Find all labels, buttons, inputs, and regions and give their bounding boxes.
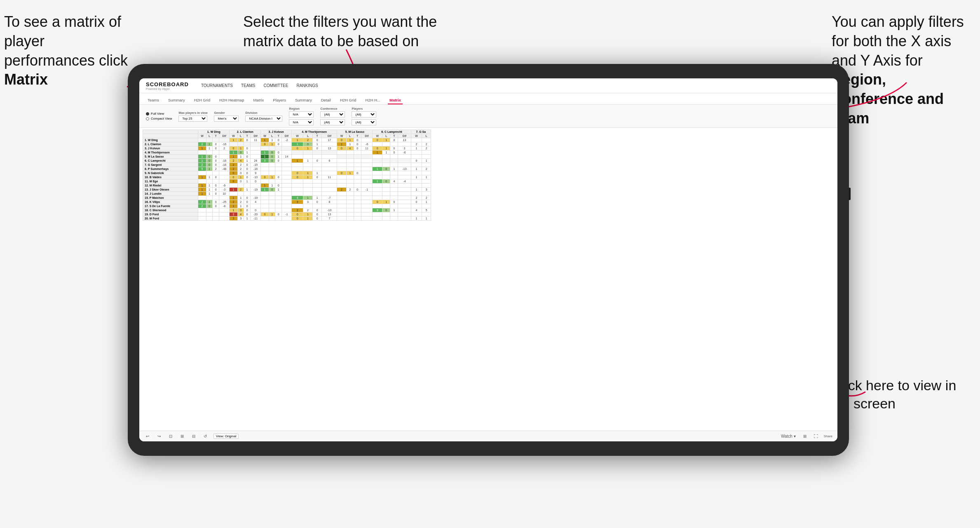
- table-row: 6. C Lamprecht100-1624124300110601: [143, 159, 431, 163]
- cell-r10-c1-1: 0: [237, 179, 244, 184]
- conference-select2[interactable]: (All): [320, 119, 345, 125]
- cell-r14-c1-1: 1: [237, 196, 244, 200]
- cell-r13-c2-1: [269, 192, 275, 196]
- reset-button[interactable]: ↺: [202, 434, 209, 439]
- cell-r10-c0-3: [219, 179, 229, 184]
- cell-r11-c2-3: [281, 184, 291, 188]
- cell-r18-c1-3: -20: [250, 212, 260, 217]
- cell-r2-c4-2: 0: [354, 146, 361, 151]
- cell-r10-c4-3: [361, 179, 373, 184]
- sub-d-3: Dif: [281, 134, 291, 138]
- cell-r6-c6-1: [422, 163, 431, 167]
- cell-r5-c3-1: 1: [303, 159, 313, 163]
- cell-r9-c3-2: 0: [312, 175, 322, 179]
- sub-nav-matrix[interactable]: Matrix: [251, 97, 265, 104]
- cell-r9-c1-2: 0: [244, 175, 251, 179]
- sub-nav-matrix2[interactable]: Matrix: [388, 97, 403, 104]
- cell-r13-c4-0: [337, 192, 346, 196]
- sub-nav-teams[interactable]: Teams: [146, 97, 161, 104]
- cell-r5-c3-0: 1: [292, 159, 303, 163]
- cell-r10-c5-2: 4: [390, 179, 398, 184]
- sub-nav-h2h-heatmap[interactable]: H2H Heatmap: [218, 97, 246, 104]
- sub-nav-h2h-h[interactable]: H2H H...: [364, 97, 382, 104]
- zoom-out-button[interactable]: ⊟: [190, 434, 197, 439]
- cell-r8-c0-3: [219, 171, 229, 175]
- sub-nav-summary[interactable]: Summary: [166, 97, 187, 104]
- cell-r16-c4-2: [354, 204, 361, 208]
- cell-r6-c1-1: 2: [237, 163, 244, 167]
- cell-r17-c6-1: 5: [422, 208, 431, 212]
- nav-rankings[interactable]: RANKINGS: [296, 83, 318, 88]
- cell-r9-c4-2: [354, 175, 361, 179]
- players-select2[interactable]: (All): [352, 119, 376, 125]
- cell-r15-c0-1: 1: [206, 200, 213, 204]
- gender-label: Gender: [214, 111, 239, 115]
- sub-nav-h2h-grid2[interactable]: H2H Grid: [338, 97, 358, 104]
- cell-r13-c1-3: [250, 192, 260, 196]
- cell-r11-c3-3: [322, 184, 337, 188]
- sub-nav-h2h-grid[interactable]: H2H Grid: [192, 97, 212, 104]
- filter-row: Full View Compact View Max players in vi…: [139, 105, 837, 128]
- nav-tournaments[interactable]: TOURNAMENTS: [201, 83, 233, 88]
- nav-teams[interactable]: TEAMS: [241, 83, 255, 88]
- cell-r19-c3-3: 7: [322, 217, 337, 221]
- max-players-select[interactable]: Top 25: [178, 116, 207, 122]
- compact-view-radio[interactable]: Compact View: [146, 117, 172, 120]
- matrix-corner-header: [143, 130, 198, 134]
- cell-r13-c3-0: [292, 192, 303, 196]
- fit-button[interactable]: ⊡: [167, 434, 174, 439]
- gender-select[interactable]: Men's: [214, 116, 239, 122]
- nav-committee[interactable]: COMMITTEE: [263, 83, 288, 88]
- cell-r8-c4-3: [361, 171, 373, 175]
- undo-button[interactable]: ↩: [144, 434, 151, 439]
- cell-r8-c5-0: [373, 171, 382, 175]
- matrix-area[interactable]: 1. W Ding 2. L Clanton 3. J Koivun 4. M …: [139, 128, 837, 431]
- cell-r11-c2-1: 1: [269, 184, 275, 188]
- view-original[interactable]: View: Original: [213, 434, 239, 439]
- conference-select[interactable]: (All): [320, 111, 345, 118]
- cell-r0-c1-1: 2: [237, 138, 244, 142]
- cell-r8-c0-0: [198, 171, 206, 175]
- division-select[interactable]: NCAA Division I: [245, 116, 282, 122]
- watch-button[interactable]: Watch ▾: [779, 434, 797, 439]
- cell-r16-c1-0: 1: [230, 204, 237, 208]
- players-select[interactable]: (All): [352, 111, 376, 118]
- cell-r3-c4-3: [361, 151, 373, 155]
- cell-r19-c5-1: [382, 217, 390, 221]
- row-header-12: 13. J Skov Olesen: [143, 188, 198, 192]
- cell-r18-c3-2: 0: [312, 212, 322, 217]
- region-select[interactable]: N/A: [289, 111, 314, 118]
- scoreboard-header: SCOREBOARD Powered by clippd TOURNAMENTS…: [139, 78, 837, 93]
- full-view-radio[interactable]: Full View: [146, 112, 172, 116]
- cell-r3-c0-0: [198, 151, 206, 155]
- redo-button[interactable]: ↪: [156, 434, 162, 439]
- cell-r0-c3-2: 0: [312, 138, 322, 142]
- zoom-in-button[interactable]: ⊞: [179, 434, 185, 439]
- sub-nav-players[interactable]: Players: [271, 97, 288, 104]
- cell-r6-c4-0: [337, 163, 346, 167]
- cell-r6-c4-1: [346, 163, 354, 167]
- sub-nav-summary2[interactable]: Summary: [293, 97, 314, 104]
- cell-r9-c1-0: 0: [230, 175, 237, 179]
- cell-r2-c4-1: 4: [346, 146, 354, 151]
- cell-r9-c1-3: -10: [250, 175, 260, 179]
- cell-r16-c0-2: 0: [213, 204, 219, 208]
- sub-nav: Teams Summary H2H Grid H2H Heatmap Matri…: [139, 93, 837, 105]
- sub-l-5: L: [346, 134, 354, 138]
- cell-r18-c2-2: 0: [275, 212, 282, 217]
- layout-button[interactable]: ⊞: [802, 434, 808, 439]
- cell-r19-c1-0: 3: [230, 217, 237, 221]
- row-header-18: 19. D Ford: [143, 212, 198, 217]
- cell-r13-c4-2: [354, 192, 361, 196]
- expand-button[interactable]: ⛶: [812, 434, 820, 439]
- cell-r14-c1-2: 0: [244, 196, 251, 200]
- region-select2[interactable]: N/A: [289, 119, 314, 125]
- sub-w-5: W: [337, 134, 346, 138]
- share-button[interactable]: Share: [824, 434, 832, 438]
- annotation-bottom-right: Click here to view in full screen: [832, 376, 964, 412]
- cell-r18-c0-0: [198, 212, 206, 217]
- cell-r1-c4-3: -6: [361, 142, 373, 146]
- sub-nav-detail[interactable]: Detail: [319, 97, 333, 104]
- cell-r8-c2-1: [269, 171, 275, 175]
- cell-r19-c5-2: [390, 217, 398, 221]
